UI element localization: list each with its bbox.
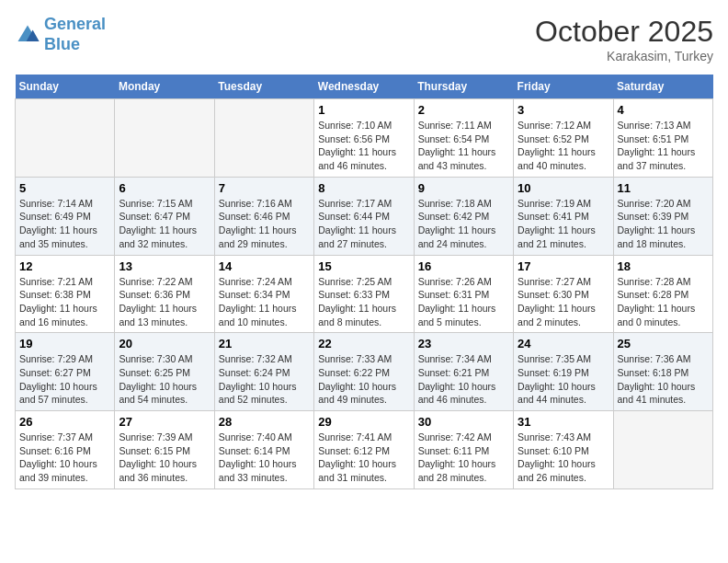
day-number: 25 [618, 337, 709, 350]
calendar-week-2: 5Sunrise: 7:14 AM Sunset: 6:49 PM Daylig… [16, 177, 713, 255]
calendar-cell: 24Sunrise: 7:35 AM Sunset: 6:19 PM Dayli… [514, 333, 613, 411]
calendar-cell: 3Sunrise: 7:12 AM Sunset: 6:52 PM Daylig… [514, 99, 613, 178]
calendar-cell: 1Sunrise: 7:10 AM Sunset: 6:56 PM Daylig… [314, 99, 414, 178]
day-number: 6 [119, 181, 210, 195]
day-number: 27 [119, 415, 210, 429]
day-number: 20 [119, 337, 210, 350]
day-info: Sunrise: 7:24 AM Sunset: 6:34 PM Dayligh… [219, 275, 310, 329]
day-info: Sunrise: 7:16 AM Sunset: 6:46 PM Dayligh… [219, 197, 310, 251]
day-info: Sunrise: 7:26 AM Sunset: 6:31 PM Dayligh… [418, 275, 509, 329]
calendar-week-1: 1Sunrise: 7:10 AM Sunset: 6:56 PM Daylig… [16, 99, 713, 178]
month-title: October 2025 [535, 15, 713, 49]
day-number: 4 [618, 103, 709, 117]
day-number: 12 [19, 259, 110, 273]
day-info: Sunrise: 7:30 AM Sunset: 6:25 PM Dayligh… [119, 352, 210, 407]
calendar-cell: 10Sunrise: 7:19 AM Sunset: 6:41 PM Dayli… [514, 177, 613, 255]
day-number: 8 [318, 181, 409, 195]
day-info: Sunrise: 7:32 AM Sunset: 6:24 PM Dayligh… [219, 352, 310, 407]
calendar-cell [613, 411, 712, 489]
day-number: 3 [518, 103, 609, 117]
calendar-cell: 30Sunrise: 7:42 AM Sunset: 6:11 PM Dayli… [414, 411, 513, 489]
day-info: Sunrise: 7:22 AM Sunset: 6:36 PM Dayligh… [119, 275, 210, 329]
calendar-cell: 12Sunrise: 7:21 AM Sunset: 6:38 PM Dayli… [16, 255, 115, 333]
day-number: 11 [618, 181, 709, 195]
day-info: Sunrise: 7:15 AM Sunset: 6:47 PM Dayligh… [119, 197, 210, 251]
calendar-cell: 7Sunrise: 7:16 AM Sunset: 6:46 PM Daylig… [214, 177, 313, 255]
day-info: Sunrise: 7:28 AM Sunset: 6:28 PM Dayligh… [618, 275, 709, 329]
day-info: Sunrise: 7:12 AM Sunset: 6:52 PM Dayligh… [518, 119, 609, 173]
calendar-cell: 29Sunrise: 7:41 AM Sunset: 6:12 PM Dayli… [314, 411, 414, 489]
calendar-cell: 28Sunrise: 7:40 AM Sunset: 6:14 PM Dayli… [214, 411, 313, 489]
calendar-week-5: 26Sunrise: 7:37 AM Sunset: 6:16 PM Dayli… [16, 411, 713, 489]
day-number: 26 [19, 415, 110, 429]
day-info: Sunrise: 7:33 AM Sunset: 6:22 PM Dayligh… [318, 352, 409, 407]
logo-general: General [44, 15, 106, 33]
calendar-cell: 23Sunrise: 7:34 AM Sunset: 6:21 PM Dayli… [414, 333, 513, 411]
calendar-table: SundayMondayTuesdayWednesdayThursdayFrid… [15, 75, 713, 489]
day-number: 31 [518, 415, 609, 429]
day-number: 10 [518, 181, 609, 195]
day-number: 17 [518, 259, 609, 273]
calendar-cell: 17Sunrise: 7:27 AM Sunset: 6:30 PM Dayli… [514, 255, 613, 333]
day-number: 13 [119, 259, 210, 273]
day-info: Sunrise: 7:19 AM Sunset: 6:41 PM Dayligh… [518, 197, 609, 251]
page-header: General Blue October 2025 Karakasim, Tur… [15, 15, 713, 63]
day-info: Sunrise: 7:41 AM Sunset: 6:12 PM Dayligh… [318, 431, 409, 485]
day-number: 7 [219, 181, 310, 195]
day-info: Sunrise: 7:36 AM Sunset: 6:18 PM Dayligh… [618, 352, 709, 407]
weekday-header-friday: Friday [514, 75, 613, 99]
day-info: Sunrise: 7:42 AM Sunset: 6:11 PM Dayligh… [418, 431, 509, 485]
day-number: 22 [318, 337, 409, 350]
weekday-header-saturday: Saturday [613, 75, 712, 99]
calendar-week-3: 12Sunrise: 7:21 AM Sunset: 6:38 PM Dayli… [16, 255, 713, 333]
calendar-cell: 27Sunrise: 7:39 AM Sunset: 6:15 PM Dayli… [115, 411, 214, 489]
day-info: Sunrise: 7:20 AM Sunset: 6:39 PM Dayligh… [618, 197, 709, 251]
calendar-cell: 20Sunrise: 7:30 AM Sunset: 6:25 PM Dayli… [115, 333, 214, 411]
calendar-cell: 11Sunrise: 7:20 AM Sunset: 6:39 PM Dayli… [613, 177, 712, 255]
calendar-cell: 2Sunrise: 7:11 AM Sunset: 6:54 PM Daylig… [414, 99, 513, 178]
calendar-cell: 31Sunrise: 7:43 AM Sunset: 6:10 PM Dayli… [514, 411, 613, 489]
calendar-week-4: 19Sunrise: 7:29 AM Sunset: 6:27 PM Dayli… [16, 333, 713, 411]
day-number: 14 [219, 259, 310, 273]
calendar-cell: 26Sunrise: 7:37 AM Sunset: 6:16 PM Dayli… [16, 411, 115, 489]
day-number: 18 [618, 259, 709, 273]
calendar-cell: 25Sunrise: 7:36 AM Sunset: 6:18 PM Dayli… [613, 333, 712, 411]
calendar-cell: 19Sunrise: 7:29 AM Sunset: 6:27 PM Dayli… [16, 333, 115, 411]
calendar-cell: 5Sunrise: 7:14 AM Sunset: 6:49 PM Daylig… [16, 177, 115, 255]
weekday-header-wednesday: Wednesday [314, 75, 414, 99]
day-number: 16 [418, 259, 509, 273]
day-number: 15 [318, 259, 409, 273]
day-info: Sunrise: 7:17 AM Sunset: 6:44 PM Dayligh… [318, 197, 409, 251]
day-info: Sunrise: 7:25 AM Sunset: 6:33 PM Dayligh… [318, 275, 409, 329]
day-info: Sunrise: 7:14 AM Sunset: 6:49 PM Dayligh… [19, 197, 110, 251]
weekday-header-row: SundayMondayTuesdayWednesdayThursdayFrid… [16, 75, 713, 99]
day-info: Sunrise: 7:13 AM Sunset: 6:51 PM Dayligh… [618, 119, 709, 173]
day-info: Sunrise: 7:10 AM Sunset: 6:56 PM Dayligh… [318, 119, 409, 173]
day-info: Sunrise: 7:40 AM Sunset: 6:14 PM Dayligh… [219, 431, 310, 485]
day-number: 21 [219, 337, 310, 350]
day-info: Sunrise: 7:18 AM Sunset: 6:42 PM Dayligh… [418, 197, 509, 251]
weekday-header-monday: Monday [115, 75, 214, 99]
title-block: October 2025 Karakasim, Turkey [535, 15, 713, 63]
day-number: 9 [418, 181, 509, 195]
day-number: 24 [518, 337, 609, 350]
logo-text: General Blue [44, 15, 106, 54]
calendar-cell: 16Sunrise: 7:26 AM Sunset: 6:31 PM Dayli… [414, 255, 513, 333]
weekday-header-thursday: Thursday [414, 75, 513, 99]
location-subtitle: Karakasim, Turkey [535, 49, 713, 63]
calendar-cell [115, 99, 214, 178]
day-number: 23 [418, 337, 509, 350]
calendar-cell: 13Sunrise: 7:22 AM Sunset: 6:36 PM Dayli… [115, 255, 214, 333]
calendar-cell: 21Sunrise: 7:32 AM Sunset: 6:24 PM Dayli… [214, 333, 313, 411]
day-info: Sunrise: 7:11 AM Sunset: 6:54 PM Dayligh… [418, 119, 509, 173]
calendar-cell: 8Sunrise: 7:17 AM Sunset: 6:44 PM Daylig… [314, 177, 414, 255]
day-number: 30 [418, 415, 509, 429]
calendar-cell: 4Sunrise: 7:13 AM Sunset: 6:51 PM Daylig… [613, 99, 712, 178]
logo-icon [15, 22, 40, 48]
day-info: Sunrise: 7:21 AM Sunset: 6:38 PM Dayligh… [19, 275, 110, 329]
day-info: Sunrise: 7:34 AM Sunset: 6:21 PM Dayligh… [418, 352, 509, 407]
day-info: Sunrise: 7:27 AM Sunset: 6:30 PM Dayligh… [518, 275, 609, 329]
logo: General Blue [15, 15, 106, 54]
calendar-cell: 9Sunrise: 7:18 AM Sunset: 6:42 PM Daylig… [414, 177, 513, 255]
weekday-header-sunday: Sunday [16, 75, 115, 99]
